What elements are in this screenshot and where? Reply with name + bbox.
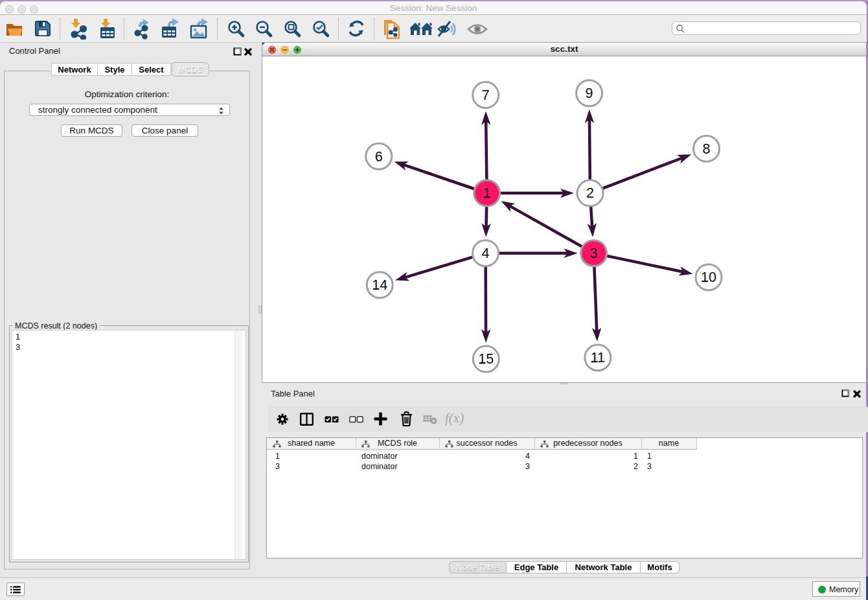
svg-text:10: 10 xyxy=(701,270,716,285)
svg-text:1: 1 xyxy=(483,185,491,201)
svg-text:4: 4 xyxy=(482,246,490,261)
svg-text:3: 3 xyxy=(590,246,598,261)
svg-text:8: 8 xyxy=(703,141,711,157)
svg-text:9: 9 xyxy=(586,86,593,101)
svg-text:6: 6 xyxy=(375,149,383,165)
svg-text:11: 11 xyxy=(591,350,605,365)
svg-text:14: 14 xyxy=(372,277,387,293)
svg-text:15: 15 xyxy=(478,351,494,367)
svg-text:2: 2 xyxy=(586,185,594,201)
svg-text:7: 7 xyxy=(482,87,490,103)
